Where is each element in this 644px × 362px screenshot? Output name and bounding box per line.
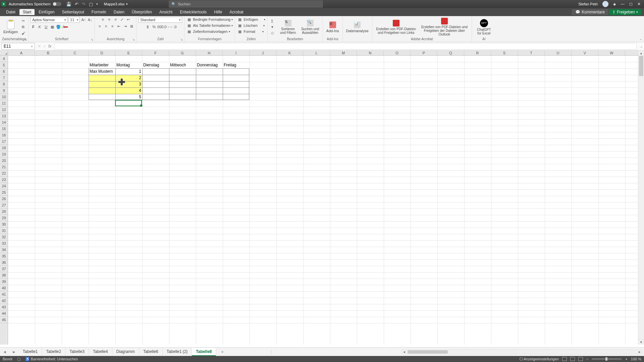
cells-area[interactable]: MitarbeiterMontagDienstagMittwochDonners… bbox=[8, 56, 638, 345]
menu-tab-ansicht[interactable]: Ansicht bbox=[156, 9, 176, 15]
row-header-37[interactable]: 37 bbox=[0, 266, 8, 272]
expand-formula-bar-button[interactable]: ⌄ bbox=[639, 45, 644, 48]
new-sheet-button[interactable]: ＋ bbox=[216, 349, 229, 355]
qat-dropdown-icon[interactable]: ▾ bbox=[96, 2, 98, 6]
row-header-36[interactable]: 36 bbox=[0, 259, 8, 266]
dialog-launcher-icon[interactable]: ↘ bbox=[91, 38, 93, 41]
col-header-D[interactable]: D bbox=[89, 51, 115, 55]
row-header-42[interactable]: 42 bbox=[0, 298, 8, 304]
fill-color-button[interactable]: 🪣 bbox=[56, 24, 61, 29]
h-scrollbar-thumb[interactable] bbox=[408, 350, 448, 354]
underline-button[interactable]: U bbox=[43, 24, 49, 29]
menu-tab-überprüfen[interactable]: Überprüfen bbox=[128, 9, 155, 15]
row-header-25[interactable]: 25 bbox=[0, 189, 8, 196]
row-header-21[interactable]: 21 bbox=[0, 164, 8, 170]
col-header-U[interactable]: U bbox=[545, 51, 572, 55]
zoom-in-button[interactable]: + bbox=[625, 357, 627, 361]
row-header-22[interactable]: 22 bbox=[0, 170, 8, 177]
row-header-16[interactable]: 16 bbox=[0, 132, 8, 138]
data-analysis-button[interactable]: 📊 Datenanalyse bbox=[345, 21, 370, 34]
row-header-39[interactable]: 39 bbox=[0, 279, 8, 285]
decrease-indent-button[interactable]: ⇤ bbox=[116, 23, 121, 29]
dialog-launcher-icon[interactable]: ↘ bbox=[132, 38, 135, 41]
row-header-44[interactable]: 44 bbox=[0, 310, 8, 317]
scroll-right-button[interactable]: ► bbox=[637, 350, 642, 354]
toggle-icon[interactable] bbox=[53, 2, 61, 6]
col-header-C[interactable]: C bbox=[62, 51, 89, 55]
paste-button[interactable]: Einfügen bbox=[2, 20, 19, 35]
find-select-button[interactable]: 🔍 Suchen und Auswählen bbox=[300, 19, 321, 35]
normal-view-button[interactable] bbox=[562, 357, 567, 361]
scroll-up-button[interactable]: ▲ bbox=[638, 51, 644, 56]
row-header-20[interactable]: 20 bbox=[0, 158, 8, 164]
col-header-I[interactable]: I bbox=[223, 51, 250, 55]
zoom-out-button[interactable]: − bbox=[586, 357, 588, 361]
formula-input[interactable] bbox=[54, 43, 637, 50]
row-header-43[interactable]: 43 bbox=[0, 304, 8, 310]
menu-tab-daten[interactable]: Daten bbox=[110, 9, 128, 15]
sheet-tab-tabelle2[interactable]: Tabelle2 bbox=[42, 348, 65, 356]
addins-button[interactable]: ⊞ Add-Ins bbox=[325, 21, 340, 34]
align-left-button[interactable]: ≡ bbox=[97, 23, 102, 29]
decrease-decimal-button[interactable]: ←.0 bbox=[170, 24, 176, 29]
col-header-Q[interactable]: Q bbox=[437, 51, 464, 55]
camera-icon[interactable]: ▢ bbox=[89, 2, 93, 7]
row-header-26[interactable]: 26 bbox=[0, 196, 8, 202]
cell-F5[interactable]: Dienstag bbox=[142, 62, 169, 68]
menu-tab-formeln[interactable]: Formeln bbox=[88, 9, 110, 15]
number-format-combo[interactable]: Standard▾ bbox=[139, 17, 182, 23]
menu-tab-acrobat[interactable]: Acrobat bbox=[226, 9, 247, 15]
row-header-28[interactable]: 28 bbox=[0, 208, 8, 215]
row-header-15[interactable]: 15 bbox=[0, 126, 8, 132]
col-header-V[interactable]: V bbox=[572, 51, 598, 55]
row-header-33[interactable]: 33 bbox=[0, 240, 8, 247]
sheet-nav-next[interactable]: ► bbox=[9, 350, 19, 354]
cell-styles-button[interactable]: ▦Zellenformatvorlagen▾ bbox=[186, 29, 230, 34]
row-header-31[interactable]: 31 bbox=[0, 228, 8, 234]
sheet-tab-tabelle8[interactable]: Tabelle8 bbox=[192, 348, 216, 356]
border-button[interactable]: ▦ bbox=[50, 24, 55, 29]
fx-icon[interactable]: fx bbox=[48, 44, 51, 49]
scrollbar-thumb[interactable] bbox=[639, 56, 643, 76]
accessibility-status[interactable]: ♿ Barrierefreiheit: Untersuchen bbox=[25, 357, 78, 361]
row-header-23[interactable]: 23 bbox=[0, 177, 8, 183]
comments-button[interactable]: 💬 Kommentare bbox=[572, 9, 608, 15]
row-header-30[interactable]: 30 bbox=[0, 221, 8, 228]
pdf-link-button[interactable]: Erstellen von PDF-Dateien und Freigeben … bbox=[374, 19, 418, 35]
row-header-27[interactable]: 27 bbox=[0, 202, 8, 208]
col-header-K[interactable]: K bbox=[276, 51, 303, 55]
font-size-combo[interactable]: 11▾ bbox=[68, 17, 80, 23]
row-header-24[interactable]: 24 bbox=[0, 183, 8, 189]
search-box[interactable]: 🔍 Suchen bbox=[169, 0, 323, 8]
align-top-button[interactable]: ≡ bbox=[100, 17, 106, 22]
close-button[interactable]: ✕ bbox=[637, 2, 641, 6]
sheet-nav-prev[interactable]: ◄ bbox=[0, 350, 9, 354]
row-header-35[interactable]: 35 bbox=[0, 253, 8, 259]
cell-E6[interactable]: 1 bbox=[115, 68, 142, 75]
sheet-tab-tabelle1[interactable]: Tabelle1 bbox=[19, 348, 42, 356]
dialog-launcher-icon[interactable]: ↘ bbox=[24, 38, 27, 41]
merge-button[interactable]: ⊞ bbox=[129, 23, 134, 29]
col-header-G[interactable]: G bbox=[169, 51, 196, 55]
autosave-toggle[interactable]: Automatisches Speichern bbox=[9, 2, 61, 6]
sheet-tab-tabelle4[interactable]: Tabelle4 bbox=[89, 348, 112, 356]
row-header-14[interactable]: 14 bbox=[0, 119, 8, 126]
row-header-38[interactable]: 38 bbox=[0, 272, 8, 279]
orientation-button[interactable]: ⤢ bbox=[119, 17, 125, 22]
sheet-tab-tabelle3[interactable]: Tabelle3 bbox=[65, 348, 89, 356]
cut-button[interactable]: ✂ bbox=[20, 18, 26, 24]
vertical-scrollbar[interactable]: ▲ ▼ bbox=[638, 51, 644, 345]
pdf-outlook-button[interactable]: Erstellen von PDF-Dateien und Freigeben … bbox=[419, 17, 470, 37]
row-header-17[interactable]: 17 bbox=[0, 138, 8, 145]
chatgpt-button[interactable]: GPT ChatGPT for Excel bbox=[474, 18, 494, 36]
display-settings-button[interactable]: 🖵 Anzeigeeinstellungen bbox=[519, 357, 559, 361]
chevron-down-icon[interactable]: ▾ bbox=[31, 45, 33, 48]
user-name[interactable]: Stefan Petri bbox=[579, 2, 598, 6]
row-header-12[interactable]: 12 bbox=[0, 107, 8, 113]
col-header-H[interactable]: H bbox=[196, 51, 223, 55]
increase-font-button[interactable]: A↑ bbox=[81, 17, 86, 22]
menu-tab-hilfe[interactable]: Hilfe bbox=[211, 9, 225, 15]
col-header-T[interactable]: T bbox=[518, 51, 545, 55]
col-header-L[interactable]: L bbox=[303, 51, 330, 55]
row-header-8[interactable]: 8 bbox=[0, 81, 8, 87]
